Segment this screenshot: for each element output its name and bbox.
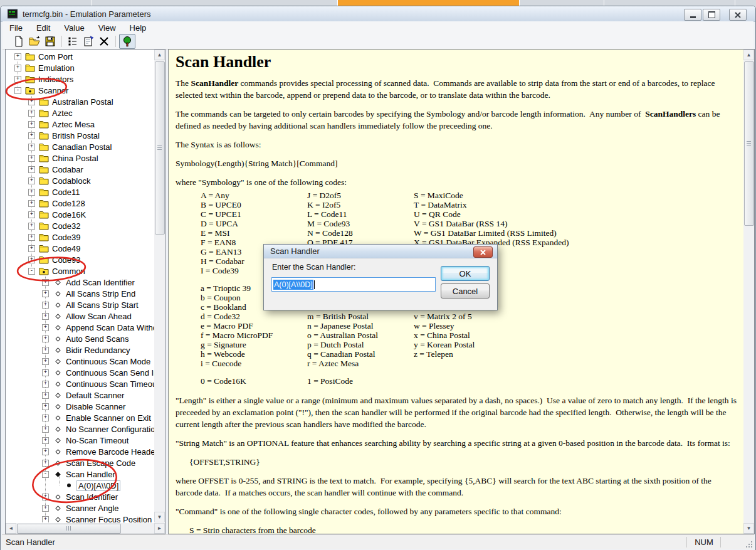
tree-item-british-postal[interactable]: +British Postal [6, 130, 100, 141]
tree-item-china-postal[interactable]: +China Postal [6, 152, 98, 164]
expand-icon[interactable]: + [28, 245, 35, 252]
tree-item-default-scanner[interactable]: +Default Scanner [6, 389, 124, 401]
expand-icon[interactable]: + [14, 76, 21, 83]
tree-item-label[interactable]: Enable Scanner on Exit [66, 413, 151, 423]
save-file-button[interactable] [43, 34, 58, 48]
tree-item-label[interactable]: Remove Barcode Header [66, 447, 154, 457]
expand-icon[interactable]: + [28, 211, 35, 218]
tree-item-code49[interactable]: +Code49 [6, 243, 81, 254]
tree-item-enable-scanner-on-exit[interactable]: +Enable Scanner on Exit [6, 412, 151, 423]
tree-item-label[interactable]: Scan Identifier [66, 492, 118, 502]
tree-item-label[interactable]: All Scans Strip End [66, 289, 135, 299]
tree-item-all-scans-strip-end[interactable]: +All Scans Strip End [6, 288, 135, 299]
tree-item-label[interactable]: No-Scan Timeout [66, 436, 129, 445]
new-file-button[interactable] [11, 34, 26, 48]
tree-item-label[interactable]: Code93 [52, 255, 81, 265]
tree-item-codabar[interactable]: +Codabar [6, 164, 83, 175]
tree-item-continuous-scan-send-interva[interactable]: +Continuous Scan Send Interva [6, 367, 154, 378]
cancel-button[interactable]: Cancel [441, 283, 490, 299]
tree-item-label[interactable]: Australian Postal [52, 97, 113, 107]
tree-item-label[interactable]: Code11 [52, 188, 80, 197]
tree-item-code11[interactable]: +Code11 [6, 186, 80, 198]
tree-item-disable-scanner[interactable]: +Disable Scanner [6, 401, 125, 412]
tree-item-label[interactable]: Code39 [52, 233, 81, 242]
expand-icon[interactable]: + [28, 110, 35, 117]
tree-item-australian-postal[interactable]: +Australian Postal [6, 96, 113, 107]
expand-icon[interactable]: + [42, 369, 49, 376]
expand-icon[interactable]: + [42, 392, 49, 399]
expand-icon[interactable]: + [42, 279, 49, 286]
scroll-down-arrow[interactable]: ▼ [743, 523, 754, 534]
expand-icon[interactable]: + [42, 358, 49, 365]
titlebar[interactable]: termcfg.bin - Emulation Parameters [1, 6, 755, 22]
tree-item-code93[interactable]: +Code93 [6, 254, 81, 265]
expand-icon[interactable]: + [28, 132, 35, 139]
expand-icon[interactable]: + [28, 98, 35, 105]
tree-item-indicators[interactable]: +Indicators [6, 73, 73, 85]
scroll-left-arrow[interactable]: ◄ [6, 523, 16, 534]
tree-item-code39[interactable]: +Code39 [6, 231, 81, 243]
scroll-up-arrow[interactable]: ▲ [743, 50, 754, 60]
tree-item-label[interactable]: Continuous Scan Mode [66, 357, 150, 366]
tree-item-label[interactable]: Codablock [52, 176, 90, 186]
tree-item-a-0-a-0d[interactable]: A(0)[A\\0D] [6, 480, 120, 491]
expand-icon[interactable]: + [28, 234, 35, 241]
scrollbar-thumb[interactable] [17, 524, 121, 534]
tree-item-label[interactable]: Canadian Postal [52, 142, 112, 152]
tree-item-common[interactable]: -Common [6, 265, 85, 277]
tree-item-append-scan-data-without-c[interactable]: +Append Scan Data Without C [6, 322, 154, 333]
tree-item-label[interactable]: Scanner [38, 86, 68, 95]
tree-item-label[interactable]: No Scanner Configuration [66, 425, 154, 434]
tree-item-label[interactable]: Disable Scanner [66, 402, 125, 411]
tree-item-label[interactable]: Add Scan Identifier [66, 278, 135, 287]
tree-item-continuous-scan-timeout[interactable]: +Continuous Scan Timeout [6, 378, 154, 389]
tree-item-aztec-mesa[interactable]: +Aztec Mesa [6, 119, 95, 130]
tree-item-scanner[interactable]: -Scanner [6, 85, 68, 96]
menu-view[interactable]: View [92, 22, 123, 34]
menu-file[interactable]: File [3, 22, 29, 34]
tree-item-code16k[interactable]: +Code16K [6, 209, 86, 220]
maximize-button[interactable] [703, 9, 720, 21]
expand-icon[interactable]: + [28, 155, 35, 162]
collapse-icon[interactable]: - [42, 471, 49, 478]
expand-icon[interactable]: + [14, 65, 21, 71]
minimize-button[interactable] [684, 9, 701, 21]
scroll-right-arrow[interactable]: ► [154, 523, 165, 534]
menu-edit[interactable]: Edit [29, 22, 57, 34]
tree-item-auto-send-scans[interactable]: +Auto Send Scans [6, 333, 129, 344]
expand-icon[interactable]: + [42, 415, 49, 421]
expand-icon[interactable]: + [28, 166, 35, 173]
expand-icon[interactable]: + [42, 516, 49, 523]
tree-view-toggle-button[interactable] [119, 34, 135, 49]
tree-item-com-port[interactable]: +Com Port [6, 51, 73, 62]
expand-icon[interactable]: + [42, 313, 49, 320]
tree-item-code128[interactable]: +Code128 [6, 198, 85, 209]
expand-icon[interactable]: + [42, 505, 49, 512]
dialog-close-button[interactable] [473, 246, 493, 258]
tree-item-label[interactable]: Emulation [38, 63, 75, 73]
close-button[interactable] [729, 9, 747, 21]
expand-icon[interactable]: + [42, 290, 49, 297]
tree-item-label[interactable]: Scanner Focus Position [66, 515, 152, 523]
collapse-icon[interactable]: - [28, 268, 35, 275]
tree-vertical-scrollbar[interactable]: ▲ ▼ [154, 50, 165, 522]
tree-item-label[interactable]: Scan Handler [66, 470, 115, 479]
tree-item-code32[interactable]: +Code32 [6, 220, 81, 231]
tree-item-label[interactable]: Append Scan Data Without C [66, 323, 154, 332]
tree-item-label[interactable]: British Postal [52, 131, 100, 140]
expand-icon[interactable]: + [42, 324, 49, 331]
tree-item-label[interactable]: Codabar [52, 165, 83, 174]
tree-item-label[interactable]: Auto Send Scans [66, 334, 129, 344]
tree-item-label[interactable]: Code16K [52, 210, 86, 219]
tree-item-codablock[interactable]: +Codablock [6, 175, 90, 186]
resize-grip[interactable] [745, 540, 753, 548]
tree-item-remove-barcode-header[interactable]: +Remove Barcode Header [6, 446, 154, 457]
tree-item-label[interactable]: China Postal [52, 154, 98, 163]
tree-item-scan-escape-code[interactable]: +Scan Escape Code [6, 457, 135, 468]
scan-handler-input[interactable]: A(0)[A\\0D] [271, 277, 436, 292]
expand-icon[interactable]: + [28, 121, 35, 128]
expand-icon[interactable]: + [28, 144, 35, 151]
tree-item-scan-handler[interactable]: -Scan Handler [6, 468, 115, 480]
collapse-icon[interactable]: - [14, 87, 21, 94]
tree-item-label[interactable]: Com Port [38, 52, 73, 61]
